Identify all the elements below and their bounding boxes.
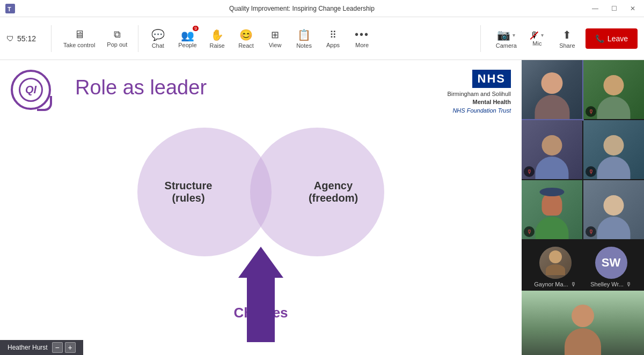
mic-off-badge-5: 🎙: [524, 226, 535, 237]
camera-icon: 📷: [497, 28, 510, 41]
take-control-icon: [74, 28, 85, 41]
notes-label: Notes: [296, 42, 312, 49]
close-button[interactable]: ✕: [627, 4, 639, 13]
chat-icon: 💬: [151, 28, 165, 41]
video-tile-6: 🎙: [583, 180, 644, 239]
person-body-6: [597, 217, 631, 239]
share-label: Share: [559, 42, 575, 49]
raise-icon: ✋: [210, 28, 224, 41]
person-silhouette-3: [531, 129, 573, 180]
video-grid: 🎙 🎙: [522, 60, 644, 239]
avatar-name-row-1: Gaynor Ma... 🎙: [534, 281, 576, 287]
call-timer: 🛡 55:12: [6, 34, 36, 43]
zoom-in-button[interactable]: +: [65, 342, 76, 353]
apps-label: Apps: [326, 42, 340, 48]
arrow-head: [238, 247, 283, 278]
venn-diagram: Structure(rules) Agency(freedom): [16, 105, 506, 344]
toolbar-items: Take control ⧉ Pop out 💬 Chat 👥 9 People…: [58, 25, 474, 52]
people-button[interactable]: 👥 9 People: [173, 26, 202, 51]
title-bar-left: T: [5, 4, 15, 13]
person-silhouette-1: [531, 69, 573, 120]
mic-off-badge-4: 🎙: [586, 166, 596, 177]
slide-title: Role as leader: [75, 76, 506, 99]
person-body-4: [597, 157, 631, 179]
mic-button[interactable]: 🎙 ▾ Mic: [525, 27, 549, 50]
video-bg-5: 🎙: [522, 180, 582, 239]
avatar-container-2: SW Shelley Wr... 🎙: [590, 247, 632, 287]
person-head-2: [604, 75, 624, 95]
view-button[interactable]: ⊞ View: [261, 26, 289, 51]
apps-icon: ⠿: [330, 29, 336, 41]
venn-circles: Structure(rules) Agency(freedom): [132, 128, 390, 267]
toolbar-divider-3: [480, 25, 481, 52]
avatar-name-2: Shelley Wr...: [590, 281, 624, 287]
toolbar-right: 📷 ▾ Camera 🎙 ▾ Mic ⬆ Share 📞 Leave: [487, 25, 638, 52]
zoom-out-button[interactable]: −: [52, 342, 63, 353]
slide-area: QI Role as leader NHS Birmingham and Sol…: [0, 60, 522, 355]
view-label: View: [269, 42, 282, 48]
title-bar: T Quality Improvement: Inspiring Change …: [0, 0, 644, 17]
avatar-name-row-2: Shelley Wr... 🎙: [590, 281, 632, 287]
video-tile-1: [522, 60, 582, 119]
svg-text:T: T: [8, 6, 11, 12]
video-tile-3: 🎙: [522, 120, 582, 179]
more-icon: •••: [355, 28, 369, 41]
person-silhouette-4: [592, 129, 635, 180]
mic-label: Mic: [532, 40, 541, 47]
nhs-org-line1: Birmingham and Solihull: [447, 90, 511, 98]
zoom-controls: − +: [52, 342, 76, 353]
pop-out-button[interactable]: ⧉ Pop out: [101, 26, 133, 51]
leave-label: Leave: [608, 34, 628, 43]
video-bg-1: [522, 60, 582, 119]
avatar-initials-text-2: SW: [602, 256, 620, 270]
agency-label: Agency(freedom): [309, 180, 358, 204]
take-control-label: Take control: [63, 42, 95, 48]
person-body-1: [535, 95, 569, 119]
person-head-4: [604, 135, 624, 156]
notes-button[interactable]: 📋 Notes: [290, 25, 318, 52]
person-body-2: [597, 97, 631, 119]
share-icon: ⬆: [562, 28, 572, 41]
timer-value: 55:12: [17, 34, 36, 43]
person-head-6: [604, 195, 624, 216]
video-bg-6: 🎙: [583, 180, 644, 239]
avatar-initials-2: SW: [595, 247, 627, 279]
take-control-button[interactable]: Take control: [58, 25, 100, 51]
avatar-row: Gaynor Ma... 🎙 SW Shelley Wr... 🎙: [522, 240, 644, 290]
avatar-photo-1: [539, 247, 572, 279]
leave-button[interactable]: 📞 Leave: [586, 28, 638, 49]
minimize-button[interactable]: —: [589, 4, 602, 13]
person-silhouette-6: [592, 189, 635, 240]
maximize-button[interactable]: ☐: [608, 4, 620, 13]
mic-icon-2: 🎙: [626, 281, 632, 287]
pop-out-label: Pop out: [107, 41, 127, 48]
person-body-3: [536, 157, 569, 179]
bottom-person: [565, 305, 601, 355]
agency-circle: Agency(freedom): [250, 128, 384, 256]
person-head-3: [542, 135, 562, 156]
video-bg-4: 🎙: [583, 120, 644, 179]
camera-button[interactable]: 📷 ▾ Camera: [492, 25, 521, 52]
react-button[interactable]: 😊 React: [232, 25, 260, 52]
toolbar-divider: [51, 25, 52, 52]
apps-button[interactable]: ⠿ Apps: [319, 26, 347, 51]
chat-button[interactable]: 💬 Chat: [144, 25, 172, 52]
teams-logo-icon: T: [5, 4, 15, 13]
nature-bg: [522, 291, 644, 355]
bottom-person-body: [565, 328, 601, 355]
mic-off-badge-6: 🎙: [586, 226, 596, 237]
raise-label: Raise: [209, 42, 224, 49]
structure-label: Structure(rules): [165, 180, 213, 204]
people-label: People: [178, 42, 196, 48]
person-silhouette-2: [592, 69, 635, 120]
react-icon: 😊: [239, 28, 253, 41]
raise-button[interactable]: ✋ Raise: [203, 25, 231, 52]
video-bg-2: 🎙: [583, 60, 644, 119]
more-button[interactable]: ••• More: [348, 25, 376, 51]
react-label: React: [238, 42, 254, 49]
avatar-name-1: Gaynor Ma...: [534, 281, 568, 287]
share-button[interactable]: ⬆ Share: [553, 25, 581, 52]
notes-icon: 📋: [297, 28, 311, 41]
arrow-shaft: [247, 278, 275, 342]
phone-icon: 📞: [595, 34, 604, 43]
